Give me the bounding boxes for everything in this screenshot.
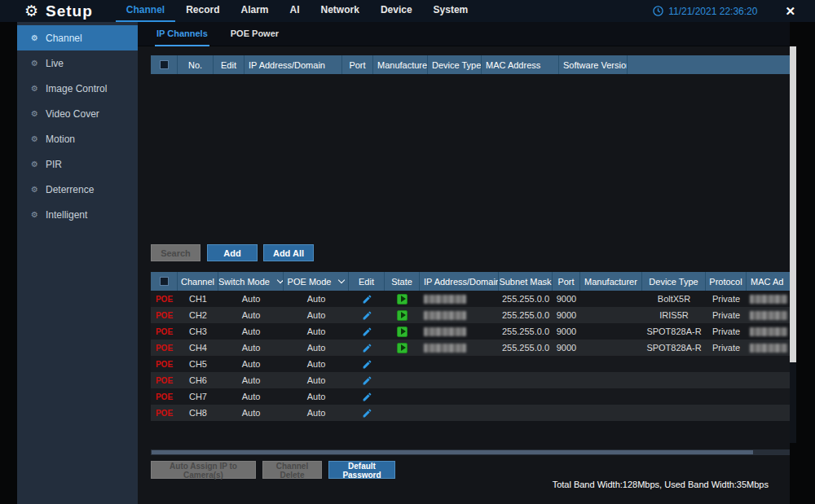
- edit-cell: [349, 323, 385, 340]
- state-play-icon[interactable]: [397, 343, 408, 353]
- nav-item-ai[interactable]: AI: [280, 0, 311, 22]
- nav-item-record[interactable]: Record: [175, 0, 230, 22]
- sidebar-item-video-cover[interactable]: ⚙Video Cover: [17, 101, 138, 126]
- edit-pencil-icon[interactable]: [362, 375, 372, 386]
- channel-label: CH3: [189, 327, 207, 336]
- nav-item-device[interactable]: Device: [370, 0, 423, 22]
- select-all-checkbox[interactable]: [160, 60, 169, 69]
- mac-redacted-value: [750, 311, 787, 320]
- column-header-label: Port: [557, 277, 574, 287]
- nav-item-alarm[interactable]: Alarm: [231, 0, 280, 22]
- tab-poe-power[interactable]: POE Power: [229, 22, 280, 46]
- poe-tag-cell: POE: [151, 405, 178, 421]
- chevron-down-icon[interactable]: [338, 277, 345, 283]
- poe-tag-cell: POE: [151, 307, 178, 323]
- sidebar-item-motion[interactable]: ⚙Motion: [17, 126, 138, 151]
- chevron-down-icon[interactable]: [277, 277, 284, 283]
- sidebar-item-live[interactable]: ⚙Live: [17, 50, 138, 76]
- col-device-type: Device Type: [428, 55, 482, 74]
- sidebar-gear-icon: ⚙: [31, 160, 46, 169]
- switch-mode-value: Auto: [242, 327, 261, 336]
- sidebar-gear-icon: ⚙: [31, 84, 46, 93]
- add-all-button[interactable]: Add All: [263, 244, 314, 261]
- edit-pencil-icon[interactable]: [362, 343, 372, 353]
- search-button[interactable]: Search: [151, 244, 200, 261]
- vertical-scrollbar[interactable]: [790, 46, 796, 443]
- nav-item-network[interactable]: Network: [311, 0, 370, 22]
- nav-item-system[interactable]: System: [423, 0, 479, 22]
- col-subnet-mask: Subnet Mask: [499, 272, 553, 291]
- col-state: State: [385, 272, 420, 291]
- column-header-label: MAC Address: [486, 60, 540, 70]
- switch-mode-value: Auto: [242, 392, 261, 401]
- edit-pencil-icon[interactable]: [362, 392, 372, 402]
- state-play-icon[interactable]: [397, 310, 408, 321]
- channel-delete-button[interactable]: Channel Delete: [262, 461, 322, 479]
- column-header-label: Edit: [359, 277, 374, 287]
- sidebar-item-channel[interactable]: ⚙Channel: [17, 25, 138, 50]
- poe-mode-value: Auto: [307, 359, 326, 369]
- channel-row-ch8[interactable]: POECH8AutoAuto: [151, 405, 790, 421]
- channel-row-ch5[interactable]: POECH5AutoAuto: [151, 356, 790, 372]
- ip-cell: [420, 372, 499, 388]
- switch-mode-cell: Auto: [218, 307, 284, 323]
- sidebar-item-deterrence[interactable]: ⚙Deterrence: [17, 177, 138, 202]
- default-password-button[interactable]: Default Password: [328, 461, 395, 479]
- device-type-cell: SPOT828A-R: [642, 340, 706, 356]
- poe-tag-cell: POE: [151, 340, 178, 356]
- app-title: Setup: [46, 2, 93, 20]
- sidebar-item-intelligent[interactable]: ⚙Intelligent: [17, 202, 138, 227]
- edit-pencil-icon[interactable]: [362, 359, 372, 370]
- sidebar-item-pir[interactable]: ⚙PIR: [17, 151, 138, 177]
- channel-row-ch1[interactable]: POECH1AutoAuto255.255.0.09000BoltX5RPriv…: [151, 291, 790, 307]
- tab-ip-channels[interactable]: IP Channels: [155, 22, 209, 46]
- channel-row-ch7[interactable]: POECH7AutoAuto: [151, 388, 790, 405]
- manufacturer-cell: [580, 388, 642, 405]
- channel-label: CH4: [189, 343, 207, 353]
- poe-mode-cell: Auto: [284, 291, 349, 307]
- play-triangle: [401, 328, 406, 335]
- state-play-icon[interactable]: [397, 327, 408, 337]
- poe-mode-value: Auto: [307, 294, 326, 304]
- channel-row-ch6[interactable]: POECH6AutoAuto: [151, 372, 790, 388]
- ip-redacted-value: [424, 327, 466, 336]
- poe-tag: POE: [156, 409, 173, 418]
- setup-gear-icon: ⚙: [24, 0, 38, 22]
- mac-cell: [747, 323, 790, 340]
- sidebar-item-image-control[interactable]: ⚙Image Control: [17, 76, 138, 101]
- poe-mode-cell: Auto: [284, 388, 349, 405]
- sidebar-gear-icon: ⚙: [31, 134, 46, 143]
- select-all-checkbox[interactable]: [160, 277, 169, 286]
- channel-row-ch4[interactable]: POECH4AutoAuto255.255.0.09000SPOT828A-RP…: [151, 340, 790, 356]
- state-play-icon[interactable]: [397, 294, 408, 305]
- column-header-label: Manufacturer: [377, 60, 428, 70]
- manufacturer-cell: [580, 291, 642, 307]
- switch-mode-cell: Auto: [218, 340, 284, 356]
- device-type-cell: [642, 405, 706, 421]
- vertical-scrollbar-thumb[interactable]: [790, 46, 796, 362]
- protocol-cell: Private: [706, 291, 747, 307]
- switch-mode-cell: Auto: [218, 356, 284, 372]
- auto-assign-ip-button[interactable]: Auto Assign IP to Camera(s): [151, 461, 256, 479]
- edit-pencil-icon[interactable]: [362, 327, 372, 337]
- channel-row-ch3[interactable]: POECH3AutoAuto255.255.0.09000SPOT828A-RP…: [151, 323, 790, 340]
- edit-pencil-icon[interactable]: [362, 294, 372, 305]
- close-icon[interactable]: ✕: [785, 4, 795, 19]
- poe-tag: POE: [156, 327, 173, 336]
- poe-tag-cell: POE: [151, 323, 178, 340]
- topbar-right: 11/21/2021 22:36:20 ✕: [653, 4, 815, 19]
- edit-pencil-icon[interactable]: [362, 310, 372, 321]
- horizontal-scrollbar-thumb[interactable]: [152, 450, 753, 454]
- channel-label: CH7: [189, 392, 207, 401]
- poe-tag-cell: POE: [151, 388, 178, 405]
- column-header-label: Device Type: [432, 60, 481, 70]
- poe-tag: POE: [156, 344, 173, 353]
- col-ip-address-domain: IP Address/Domain: [420, 272, 499, 291]
- channel-label: CH5: [189, 359, 207, 369]
- channel-row-ch2[interactable]: POECH2AutoAuto255.255.0.09000IRIS5RPriva…: [151, 307, 790, 323]
- horizontal-scrollbar[interactable]: [151, 449, 790, 455]
- device-type-value: BoltX5R: [658, 294, 690, 304]
- nav-item-channel[interactable]: Channel: [116, 0, 175, 22]
- add-button[interactable]: Add: [207, 244, 258, 261]
- edit-pencil-icon[interactable]: [362, 408, 372, 419]
